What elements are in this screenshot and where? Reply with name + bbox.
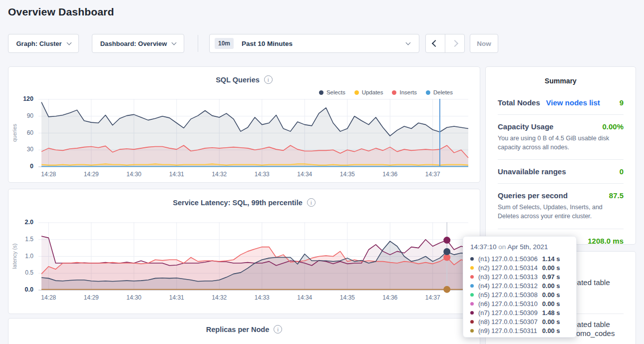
tooltip-node-label: (n6) 127.0.0.1:50310 bbox=[478, 300, 542, 308]
tooltip-node-row: (n8) 127.0.0.1:503070.00 s bbox=[470, 317, 569, 326]
summary-label: Unavailable ranges bbox=[498, 167, 566, 176]
legend-dot-icon bbox=[354, 90, 359, 95]
sql-queries-chart-card: SQL Queries SelectsUpdatesInsertsDeletes… bbox=[8, 66, 480, 183]
y-axis-tick: 120 bbox=[10, 95, 33, 102]
dashboard-dropdown[interactable]: Dashboard: Overview bbox=[92, 34, 184, 53]
x-axis-tick: 14:35 bbox=[332, 171, 362, 178]
summary-label: Queries per second bbox=[498, 191, 568, 200]
chevron-down-icon bbox=[172, 40, 177, 45]
summary-value: 1208.0 ms bbox=[588, 237, 624, 245]
summary-row: Capacity Usage0.00%You are using 0 B of … bbox=[498, 115, 624, 160]
legend-label: Deletes bbox=[433, 89, 453, 95]
time-range-dropdown[interactable]: 10m Past 10 Minutes bbox=[209, 34, 419, 53]
tooltip-node-label: (n2) 127.0.0.1:50314 bbox=[478, 264, 542, 272]
graph-dropdown[interactable]: Graph: Cluster bbox=[8, 34, 79, 53]
tooltip-node-value: 1.48 s bbox=[542, 309, 560, 317]
x-axis-tick: 14:30 bbox=[119, 294, 149, 301]
summary-row: Unavailable ranges0 bbox=[498, 160, 624, 184]
x-axis-tick: 14:33 bbox=[247, 171, 277, 178]
replicas-per-node-chart-card: Replicas per Node bbox=[8, 318, 480, 344]
legend-label: Selects bbox=[326, 89, 345, 95]
graph-dropdown-label: Graph: Cluster bbox=[16, 40, 61, 47]
chevron-down-icon bbox=[66, 40, 71, 45]
x-axis-tick: 14:37 bbox=[418, 171, 448, 178]
summary-description: Sum of Selects, Updates, Inserts, and De… bbox=[498, 203, 624, 221]
now-button[interactable]: Now bbox=[470, 34, 498, 53]
x-axis-tick: 14:32 bbox=[204, 294, 234, 301]
y-axis-tick: 0 bbox=[10, 163, 33, 170]
summary-label: Total Nodes bbox=[498, 98, 540, 107]
node-color-dot-icon bbox=[470, 329, 474, 333]
x-axis-tick: 14:31 bbox=[162, 294, 192, 301]
chevron-down-icon bbox=[406, 40, 411, 45]
tooltip-node-value: 0.00 s bbox=[542, 282, 560, 290]
tooltip-timestamp: 14:37:10 on Apr 5th, 2021 bbox=[470, 243, 569, 251]
legend-label: Inserts bbox=[399, 89, 417, 95]
legend-item-inserts: Inserts bbox=[392, 89, 417, 95]
node-color-dot-icon bbox=[470, 275, 474, 279]
tooltip-node-label: (n4) 127.0.0.1:50312 bbox=[478, 282, 542, 290]
tooltip-node-value: 0.00 s bbox=[542, 300, 560, 308]
view-nodes-list-link[interactable]: View nodes list bbox=[546, 98, 600, 107]
legend-item-selects: Selects bbox=[319, 89, 345, 95]
tooltip-node-value: 1.14 s bbox=[542, 255, 560, 263]
node-color-dot-icon bbox=[470, 293, 474, 297]
info-icon[interactable] bbox=[307, 198, 316, 207]
dashboard-dropdown-label: Dashboard: Overview bbox=[100, 40, 167, 47]
legend-dot-icon bbox=[392, 90, 396, 95]
node-color-dot-icon bbox=[470, 266, 474, 270]
summary-row: Total NodesView nodes list9 bbox=[498, 91, 624, 115]
legend-label: Updates bbox=[362, 89, 383, 95]
x-axis-tick: 14:37 bbox=[418, 294, 448, 301]
y-axis-label: latency (s) bbox=[11, 226, 19, 286]
tooltip-node-label: (n8) 127.0.0.1:50307 bbox=[478, 318, 542, 326]
tooltip-node-value: 0.00 s bbox=[542, 264, 560, 272]
y-axis-label: queries bbox=[11, 103, 19, 163]
node-color-dot-icon bbox=[470, 257, 474, 261]
tooltip-node-row: (n1) 127.0.0.1:503061.14 s bbox=[470, 254, 569, 263]
node-color-dot-icon bbox=[470, 284, 474, 288]
tooltip-node-value: 0.97 s bbox=[542, 273, 560, 281]
y-axis-tick: 0.0 bbox=[10, 286, 33, 293]
next-range-button[interactable] bbox=[445, 34, 464, 52]
service-latency-plot[interactable] bbox=[38, 222, 468, 291]
sql-queries-plot[interactable] bbox=[38, 99, 468, 167]
info-icon[interactable] bbox=[274, 325, 282, 334]
now-button-label: Now bbox=[477, 40, 491, 47]
x-axis-tick: 14:33 bbox=[247, 294, 277, 301]
chart-title: Service Latency: SQL, 99th percentile bbox=[173, 199, 303, 207]
time-nav-group bbox=[425, 34, 465, 53]
tooltip-node-row: (n9) 127.0.0.1:503110.00 s bbox=[470, 326, 569, 335]
x-axis-tick: 14:28 bbox=[33, 171, 63, 178]
x-axis-tick: 14:34 bbox=[290, 171, 320, 178]
tooltip-node-label: (n5) 127.0.0.1:50308 bbox=[478, 291, 542, 299]
tooltip-node-row: (n2) 127.0.0.1:503140.00 s bbox=[470, 263, 569, 272]
prev-range-button[interactable] bbox=[426, 34, 445, 52]
info-icon[interactable] bbox=[264, 75, 273, 84]
x-axis-tick: 14:30 bbox=[119, 171, 149, 178]
summary-description: You are using 0 B of 4.5 GiB usable disk… bbox=[498, 134, 624, 152]
x-axis-tick: 14:36 bbox=[375, 294, 405, 301]
controls-divider bbox=[198, 35, 198, 52]
tooltip-node-label: (n1) 127.0.0.1:50306 bbox=[478, 255, 542, 263]
summary-value: 9 bbox=[620, 98, 624, 107]
x-axis-tick: 14:34 bbox=[290, 294, 320, 301]
time-range-label: Past 10 Minutes bbox=[242, 40, 293, 47]
chart-title: SQL Queries bbox=[216, 76, 260, 84]
tooltip-node-value: 0.00 s bbox=[542, 291, 560, 299]
chart-hover-tooltip: 14:37:10 on Apr 5th, 2021 (n1) 127.0.0.1… bbox=[463, 236, 577, 338]
x-axis-tick: 14:29 bbox=[76, 294, 106, 301]
summary-card: Summary Total NodesView nodes list9Capac… bbox=[485, 66, 636, 245]
x-axis-tick: 14:32 bbox=[204, 171, 234, 178]
tooltip-node-value: 0.00 s bbox=[542, 327, 560, 335]
tooltip-node-row: (n3) 127.0.0.1:503130.97 s bbox=[470, 272, 569, 281]
summary-label: Capacity Usage bbox=[498, 122, 554, 131]
y-axis-tick: 2.0 bbox=[10, 219, 33, 226]
summary-value: 0.00% bbox=[602, 122, 624, 131]
x-axis-tick: 14:28 bbox=[33, 294, 63, 301]
tooltip-node-label: (n9) 127.0.0.1:50311 bbox=[478, 327, 542, 335]
chart-title: Replicas per Node bbox=[206, 326, 270, 334]
tooltip-node-row: (n4) 127.0.0.1:503120.00 s bbox=[470, 281, 569, 290]
tooltip-node-row: (n7) 127.0.0.1:503091.48 s bbox=[470, 308, 569, 317]
x-axis-tick: 14:35 bbox=[332, 294, 362, 301]
